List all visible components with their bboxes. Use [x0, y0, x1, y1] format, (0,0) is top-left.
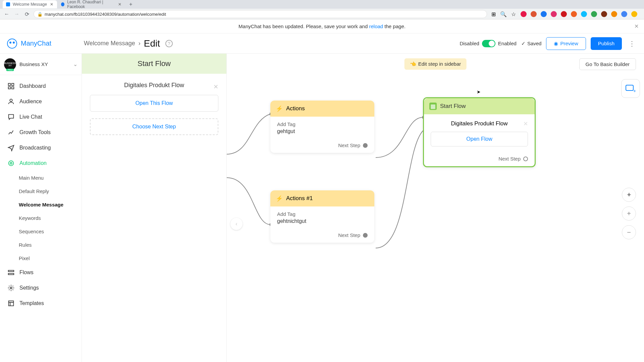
forward-icon[interactable]: →: [13, 11, 20, 17]
go-basic-builder-button[interactable]: Go To Basic Builder: [579, 58, 636, 70]
publish-button[interactable]: Publish: [591, 37, 622, 50]
ext-icon[interactable]: [591, 11, 597, 17]
sidebar-subitem-welcome-message[interactable]: Welcome Message: [19, 198, 82, 211]
sidebar-item-templates[interactable]: Templates: [0, 296, 82, 311]
sidebar-item-live-chat[interactable]: Live Chat: [0, 109, 82, 125]
inspector-title: Start Flow: [82, 54, 226, 74]
nav-label: Flows: [19, 269, 34, 276]
node-actions[interactable]: ⚡ Actions Add Tag gehtgut Next Step: [270, 101, 374, 153]
sidebar-subitem-pixel[interactable]: Pixel: [19, 251, 82, 265]
svg-rect-5: [8, 87, 10, 89]
choose-next-step-button[interactable]: Choose Next Step: [90, 118, 218, 135]
close-icon[interactable]: ✕: [634, 23, 639, 29]
node-start-flow[interactable]: ▦ Start Flow Digitales Produkt Flow ✕ Op…: [423, 97, 536, 167]
sidebar-subitem-rules[interactable]: Rules: [19, 238, 82, 251]
collapse-handle[interactable]: ‹: [230, 218, 243, 230]
sidebar-subitem-sequences[interactable]: Sequences: [19, 225, 82, 238]
nav-label: Growth Tools: [19, 129, 51, 135]
tag-value: gehtnichtgut: [277, 218, 368, 224]
update-banner: ManyChat has been updated. Please, save …: [0, 19, 644, 34]
ext-icon[interactable]: [551, 11, 557, 17]
breadcrumb: Welcome Message › Edit ?: [84, 38, 173, 49]
svg-point-7: [10, 99, 12, 102]
svg-point-2: [13, 42, 15, 44]
node-footer: Next Step: [270, 139, 374, 153]
pro-badge: PRO: [6, 69, 13, 71]
ext-icon[interactable]: [561, 11, 567, 17]
ext-icon[interactable]: [581, 11, 587, 17]
back-icon[interactable]: ←: [3, 11, 10, 17]
url-input[interactable]: 🔒 manychat.com/fb1810394432408309/automa…: [34, 10, 487, 18]
flow-canvas[interactable]: 👈 Edit step in sidebar Go To Basic Build…: [227, 54, 644, 362]
sidebar-item-audience[interactable]: Audience: [0, 94, 82, 109]
action-label: Add Tag: [277, 121, 368, 127]
ext-icon[interactable]: [531, 11, 537, 17]
reload-icon[interactable]: ⟳: [23, 11, 30, 17]
tab-title: Welcome Message: [13, 2, 47, 7]
cursor-icon: ➤: [477, 89, 481, 95]
message-plus-icon: +: [625, 84, 636, 93]
open-flow-button[interactable]: Open This Flow: [90, 95, 218, 112]
sidebar-item-settings[interactable]: Settings: [0, 280, 82, 296]
sidebar-subitem-main-menu[interactable]: Main Menu: [19, 171, 82, 184]
extension-bar: ⊞ 🔍 ☆: [490, 11, 641, 17]
sidebar-item-automation[interactable]: Automation: [0, 156, 82, 171]
sidebar-item-flows[interactable]: Flows: [0, 265, 82, 280]
edit-hint: 👈 Edit step in sidebar: [405, 58, 467, 70]
ext-icon[interactable]: [611, 11, 617, 17]
sidebar-item-dashboard[interactable]: Dashboard: [0, 78, 82, 94]
node-actions-1[interactable]: ⚡ Actions #1 Add Tag gehtnichtgut Next S…: [270, 190, 374, 243]
close-icon[interactable]: ✕: [213, 83, 218, 90]
output-port[interactable]: [523, 157, 528, 161]
ext-icon[interactable]: 🔍: [500, 11, 506, 17]
brand[interactable]: ManyChat: [7, 38, 84, 49]
svg-text:+: +: [633, 88, 636, 93]
sidebar-item-growth-tools[interactable]: Growth Tools: [0, 125, 82, 140]
help-icon[interactable]: ?: [165, 40, 173, 47]
switch-icon[interactable]: [482, 40, 495, 47]
nav-label: Templates: [19, 300, 44, 306]
sidebar-item-broadcasting[interactable]: Broadcasting: [0, 140, 82, 156]
open-flow-button[interactable]: Open Flow: [431, 132, 528, 146]
ext-icon[interactable]: ☆: [511, 11, 517, 17]
zoom-in-button[interactable]: +: [622, 206, 636, 221]
hint-text: Edit step in sidebar: [418, 61, 461, 67]
ext-icon[interactable]: ⊞: [490, 11, 496, 17]
zoom-out-button[interactable]: −: [622, 225, 636, 239]
sidebar-subitem-keywords[interactable]: Keywords: [19, 211, 82, 225]
flow-name-text: Digitales Produkt Flow: [451, 120, 507, 127]
ext-icon[interactable]: [571, 11, 577, 17]
preview-button[interactable]: ◉ Preview: [546, 37, 586, 50]
reload-link[interactable]: reload: [369, 23, 383, 29]
next-step-label: Next Step: [338, 142, 360, 148]
close-icon[interactable]: ✕: [50, 2, 54, 6]
more-menu-icon[interactable]: ⋮: [627, 40, 637, 48]
output-port[interactable]: [363, 143, 368, 148]
output-port[interactable]: [363, 233, 368, 238]
ext-icon[interactable]: [541, 11, 547, 17]
plus-icon: +: [627, 210, 631, 218]
svg-rect-6: [12, 87, 14, 89]
close-icon[interactable]: ✕: [523, 120, 528, 127]
browser-tab-inactive[interactable]: Leon R. Chaudhari | Facebook ✕: [58, 0, 125, 8]
workspace-logo: BUSINESS XY PRO: [4, 58, 16, 70]
close-icon[interactable]: ✕: [118, 2, 121, 6]
ext-icon[interactable]: [601, 11, 607, 17]
address-bar: ← → ⟳ 🔒 manychat.com/fb1810394432408309/…: [0, 9, 644, 19]
minus-icon: −: [627, 229, 631, 236]
ext-icon[interactable]: [521, 11, 527, 17]
add-message-button[interactable]: +: [621, 79, 640, 98]
new-tab-button[interactable]: +: [127, 1, 134, 8]
svg-rect-4: [12, 83, 14, 85]
flow-icon: ▦: [429, 103, 437, 110]
enable-toggle[interactable]: Disabled Enabled: [460, 40, 516, 47]
check-icon: ✓: [521, 41, 526, 47]
avatar-icon[interactable]: [631, 11, 637, 17]
browser-tab-active[interactable]: Welcome Message ✕: [3, 0, 57, 8]
crumb-parent[interactable]: Welcome Message: [84, 40, 135, 47]
workspace-selector[interactable]: BUSINESS XY PRO Business XY ⌄: [0, 54, 82, 75]
ext-icon[interactable]: [621, 11, 627, 17]
toggle-off-label: Disabled: [460, 41, 479, 46]
magic-button[interactable]: ✦: [622, 188, 636, 202]
sidebar-subitem-default-reply[interactable]: Default Reply: [19, 184, 82, 198]
